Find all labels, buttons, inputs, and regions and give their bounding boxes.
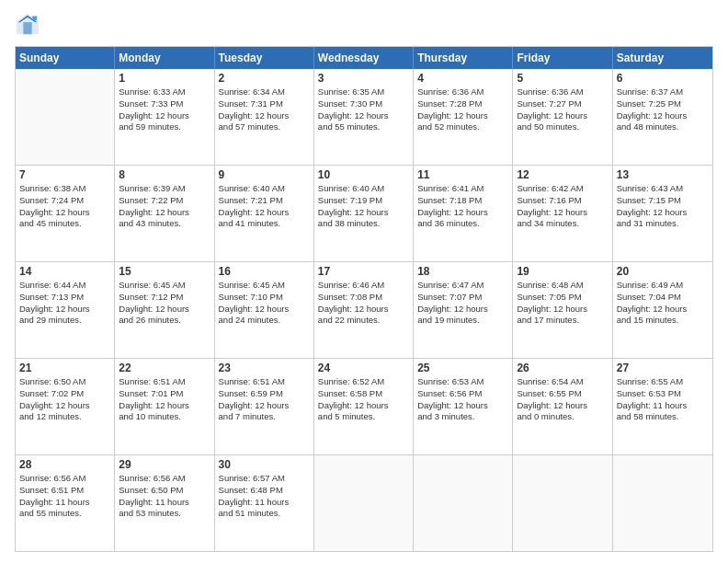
svg-rect-2 (23, 22, 31, 34)
day-info: Sunrise: 6:50 AM Sunset: 7:02 PM Dayligh… (19, 376, 110, 423)
day-cell-14: 14Sunrise: 6:44 AM Sunset: 7:13 PM Dayli… (16, 262, 115, 358)
day-info: Sunrise: 6:53 AM Sunset: 6:56 PM Dayligh… (417, 376, 508, 423)
weekday-header-sunday: Sunday (16, 47, 115, 69)
day-info: Sunrise: 6:43 AM Sunset: 7:15 PM Dayligh… (617, 183, 709, 230)
calendar-body: 1Sunrise: 6:33 AM Sunset: 7:33 PM Daylig… (16, 69, 712, 551)
day-info: Sunrise: 6:41 AM Sunset: 7:18 PM Dayligh… (417, 183, 508, 230)
day-cell-29: 29Sunrise: 6:56 AM Sunset: 6:50 PM Dayli… (115, 455, 214, 551)
day-cell-21: 21Sunrise: 6:50 AM Sunset: 7:02 PM Dayli… (16, 359, 115, 454)
day-cell-30: 30Sunrise: 6:57 AM Sunset: 6:48 PM Dayli… (215, 455, 314, 551)
day-info: Sunrise: 6:45 AM Sunset: 7:10 PM Dayligh… (219, 280, 310, 327)
day-number: 6 (617, 72, 709, 85)
day-info: Sunrise: 6:37 AM Sunset: 7:25 PM Dayligh… (617, 86, 709, 133)
day-info: Sunrise: 6:57 AM Sunset: 6:48 PM Dayligh… (219, 473, 310, 520)
day-number: 26 (517, 362, 608, 374)
day-cell-23: 23Sunrise: 6:51 AM Sunset: 6:59 PM Dayli… (215, 359, 314, 454)
empty-cell (513, 455, 612, 551)
header (15, 11, 713, 37)
day-number: 20 (617, 265, 709, 278)
day-cell-16: 16Sunrise: 6:45 AM Sunset: 7:10 PM Dayli… (215, 262, 314, 358)
weekday-header-thursday: Thursday (414, 47, 513, 69)
day-info: Sunrise: 6:54 AM Sunset: 6:55 PM Dayligh… (517, 376, 608, 423)
day-number: 17 (318, 265, 409, 278)
day-number: 21 (19, 362, 110, 374)
day-cell-19: 19Sunrise: 6:48 AM Sunset: 7:05 PM Dayli… (513, 262, 612, 358)
empty-cell (314, 455, 414, 551)
day-info: Sunrise: 6:49 AM Sunset: 7:04 PM Dayligh… (617, 280, 709, 327)
logo (15, 11, 44, 37)
day-cell-18: 18Sunrise: 6:47 AM Sunset: 7:07 PM Dayli… (414, 262, 513, 358)
day-cell-24: 24Sunrise: 6:52 AM Sunset: 6:58 PM Dayli… (314, 359, 414, 454)
day-cell-26: 26Sunrise: 6:54 AM Sunset: 6:55 PM Dayli… (513, 359, 612, 454)
day-info: Sunrise: 6:46 AM Sunset: 7:08 PM Dayligh… (318, 280, 409, 327)
day-info: Sunrise: 6:39 AM Sunset: 7:22 PM Dayligh… (119, 183, 210, 230)
day-number: 19 (517, 265, 608, 278)
day-cell-2: 2Sunrise: 6:34 AM Sunset: 7:31 PM Daylig… (215, 69, 314, 165)
calendar-row-1: 1Sunrise: 6:33 AM Sunset: 7:33 PM Daylig… (16, 69, 712, 165)
day-number: 27 (617, 362, 709, 374)
day-info: Sunrise: 6:56 AM Sunset: 6:51 PM Dayligh… (19, 473, 110, 520)
day-info: Sunrise: 6:44 AM Sunset: 7:13 PM Dayligh… (19, 280, 110, 327)
day-number: 1 (119, 72, 210, 85)
day-info: Sunrise: 6:35 AM Sunset: 7:30 PM Dayligh… (318, 86, 409, 133)
day-cell-25: 25Sunrise: 6:53 AM Sunset: 6:56 PM Dayli… (414, 359, 513, 454)
day-cell-20: 20Sunrise: 6:49 AM Sunset: 7:04 PM Dayli… (613, 262, 712, 358)
day-info: Sunrise: 6:56 AM Sunset: 6:50 PM Dayligh… (119, 473, 210, 520)
day-info: Sunrise: 6:40 AM Sunset: 7:19 PM Dayligh… (318, 183, 409, 230)
day-cell-13: 13Sunrise: 6:43 AM Sunset: 7:15 PM Dayli… (613, 166, 712, 261)
calendar-row-3: 14Sunrise: 6:44 AM Sunset: 7:13 PM Dayli… (16, 261, 712, 358)
day-cell-3: 3Sunrise: 6:35 AM Sunset: 7:30 PM Daylig… (314, 69, 414, 165)
day-number: 16 (219, 265, 310, 278)
day-number: 10 (318, 168, 409, 181)
day-number: 9 (219, 168, 310, 181)
day-number: 28 (19, 458, 110, 471)
day-info: Sunrise: 6:40 AM Sunset: 7:21 PM Dayligh… (219, 183, 310, 230)
day-cell-6: 6Sunrise: 6:37 AM Sunset: 7:25 PM Daylig… (613, 69, 712, 165)
day-info: Sunrise: 6:45 AM Sunset: 7:12 PM Dayligh… (119, 280, 210, 327)
weekday-header-tuesday: Tuesday (215, 47, 314, 69)
day-info: Sunrise: 6:47 AM Sunset: 7:07 PM Dayligh… (417, 280, 508, 327)
day-number: 18 (417, 265, 508, 278)
day-info: Sunrise: 6:48 AM Sunset: 7:05 PM Dayligh… (517, 280, 608, 327)
logo-icon (15, 11, 40, 37)
day-cell-7: 7Sunrise: 6:38 AM Sunset: 7:24 PM Daylig… (16, 166, 115, 261)
day-cell-1: 1Sunrise: 6:33 AM Sunset: 7:33 PM Daylig… (115, 69, 214, 165)
calendar-header: SundayMondayTuesdayWednesdayThursdayFrid… (16, 47, 712, 69)
day-number: 24 (318, 362, 409, 374)
day-number: 2 (219, 72, 310, 85)
day-info: Sunrise: 6:36 AM Sunset: 7:27 PM Dayligh… (517, 86, 608, 133)
day-number: 7 (19, 168, 110, 181)
day-number: 29 (119, 458, 210, 471)
day-cell-27: 27Sunrise: 6:55 AM Sunset: 6:53 PM Dayli… (613, 359, 712, 454)
day-number: 11 (417, 168, 508, 181)
weekday-header-wednesday: Wednesday (314, 47, 414, 69)
day-cell-5: 5Sunrise: 6:36 AM Sunset: 7:27 PM Daylig… (513, 69, 612, 165)
day-info: Sunrise: 6:33 AM Sunset: 7:33 PM Dayligh… (119, 86, 210, 133)
day-number: 23 (219, 362, 310, 374)
day-info: Sunrise: 6:55 AM Sunset: 6:53 PM Dayligh… (617, 376, 709, 423)
day-number: 22 (119, 362, 210, 374)
day-cell-4: 4Sunrise: 6:36 AM Sunset: 7:28 PM Daylig… (414, 69, 513, 165)
day-cell-22: 22Sunrise: 6:51 AM Sunset: 7:01 PM Dayli… (115, 359, 214, 454)
day-info: Sunrise: 6:52 AM Sunset: 6:58 PM Dayligh… (318, 376, 409, 423)
day-info: Sunrise: 6:51 AM Sunset: 7:01 PM Dayligh… (119, 376, 210, 423)
day-cell-9: 9Sunrise: 6:40 AM Sunset: 7:21 PM Daylig… (215, 166, 314, 261)
day-number: 30 (219, 458, 310, 471)
day-cell-10: 10Sunrise: 6:40 AM Sunset: 7:19 PM Dayli… (314, 166, 414, 261)
weekday-header-monday: Monday (115, 47, 214, 69)
empty-cell (16, 69, 115, 165)
day-number: 15 (119, 265, 210, 278)
day-cell-17: 17Sunrise: 6:46 AM Sunset: 7:08 PM Dayli… (314, 262, 414, 358)
empty-cell (613, 455, 712, 551)
day-cell-15: 15Sunrise: 6:45 AM Sunset: 7:12 PM Dayli… (115, 262, 214, 358)
day-cell-28: 28Sunrise: 6:56 AM Sunset: 6:51 PM Dayli… (16, 455, 115, 551)
day-number: 3 (318, 72, 409, 85)
day-number: 12 (517, 168, 608, 181)
day-number: 4 (417, 72, 508, 85)
day-cell-12: 12Sunrise: 6:42 AM Sunset: 7:16 PM Dayli… (513, 166, 612, 261)
day-number: 25 (417, 362, 508, 374)
day-number: 5 (517, 72, 608, 85)
empty-cell (414, 455, 513, 551)
day-info: Sunrise: 6:42 AM Sunset: 7:16 PM Dayligh… (517, 183, 608, 230)
day-info: Sunrise: 6:36 AM Sunset: 7:28 PM Dayligh… (417, 86, 508, 133)
